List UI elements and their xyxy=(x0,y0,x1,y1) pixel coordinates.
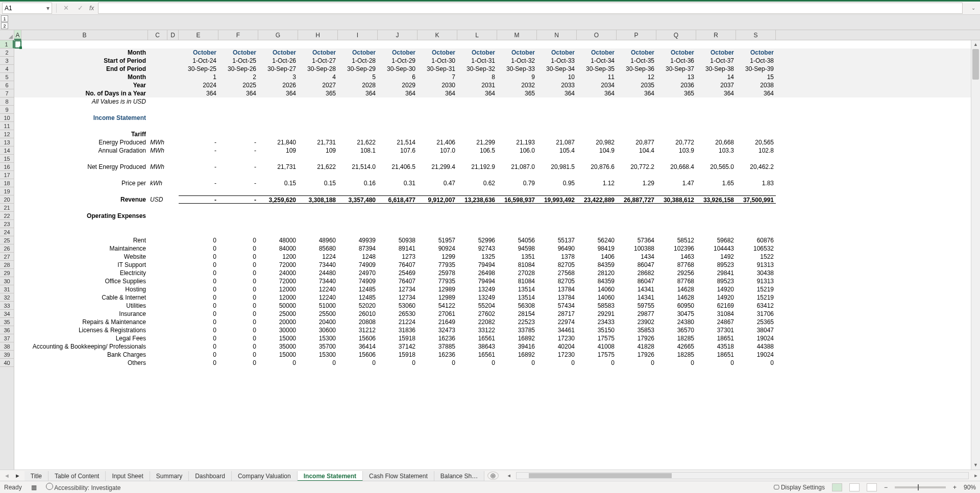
accessibility-status[interactable]: Accessibility: Investigate xyxy=(46,483,121,491)
cell-blank[interactable] xyxy=(14,285,21,293)
zoom-level[interactable]: 90% xyxy=(964,484,976,491)
opex-label[interactable]: Operating Expenses xyxy=(21,212,148,220)
cell-blank[interactable] xyxy=(736,171,776,179)
data-cell[interactable]: October xyxy=(457,48,497,57)
data-cell[interactable]: 8 xyxy=(457,73,497,81)
row-label[interactable]: Bank Charges xyxy=(21,351,148,359)
cell-blank[interactable] xyxy=(378,220,418,228)
row-label[interactable]: Repairs & Maintenance xyxy=(21,318,148,326)
data-cell[interactable]: 10 xyxy=(537,73,577,81)
cell-blank[interactable] xyxy=(457,106,497,114)
cell-blank[interactable] xyxy=(338,187,378,195)
row-label[interactable]: Accounting & Bookkeeping/ Professionals xyxy=(21,342,148,351)
cell-blank[interactable] xyxy=(167,318,179,326)
data-cell[interactable]: October xyxy=(577,48,617,57)
data-cell[interactable]: 13514 xyxy=(497,285,537,293)
cell-blank[interactable] xyxy=(21,171,148,179)
data-cell[interactable]: 23,422,889 xyxy=(577,195,617,204)
cell-blank[interactable] xyxy=(298,97,338,106)
cell-blank[interactable] xyxy=(298,40,338,48)
row-label[interactable]: Website xyxy=(21,253,148,261)
cell-blank[interactable] xyxy=(258,220,298,228)
section-income[interactable]: Income Statement xyxy=(21,114,148,122)
cell-blank[interactable] xyxy=(298,106,338,114)
column-header-H[interactable]: H xyxy=(298,30,338,40)
data-cell[interactable]: 1.12 xyxy=(577,179,617,187)
cell-blank[interactable] xyxy=(258,40,298,48)
data-cell[interactable]: 98419 xyxy=(577,244,617,253)
data-cell[interactable]: 104443 xyxy=(696,244,736,253)
cell-blank[interactable] xyxy=(179,187,218,195)
data-cell[interactable]: 3 xyxy=(258,73,298,81)
cell-blank[interactable] xyxy=(656,171,696,179)
data-cell[interactable]: - xyxy=(179,179,218,187)
cell-blank[interactable] xyxy=(14,48,21,57)
cell-blank[interactable] xyxy=(179,220,218,228)
data-cell[interactable]: 33122 xyxy=(457,326,497,334)
sheet-tab[interactable]: Input Sheet xyxy=(106,471,150,481)
column-header-S[interactable]: S xyxy=(736,30,776,40)
cell-blank[interactable] xyxy=(218,114,258,122)
data-cell[interactable]: 105.4 xyxy=(537,146,577,155)
row-unit[interactable] xyxy=(148,334,167,342)
data-cell[interactable]: 1-Oct-30 xyxy=(418,57,457,65)
hscroll-left-icon[interactable]: ◄ xyxy=(505,473,513,478)
cell-blank[interactable] xyxy=(14,318,21,326)
data-cell[interactable]: 6,618,477 xyxy=(378,195,418,204)
cell-blank[interactable] xyxy=(14,253,21,261)
cell-blank[interactable] xyxy=(656,155,696,163)
data-cell[interactable]: 13,238,636 xyxy=(457,195,497,204)
data-cell[interactable]: 37142 xyxy=(378,342,418,351)
cell-blank[interactable] xyxy=(179,130,218,138)
data-cell[interactable]: 0 xyxy=(179,277,218,285)
data-cell[interactable]: 1-Oct-37 xyxy=(696,57,736,65)
data-cell[interactable]: 0 xyxy=(179,318,218,326)
cell-blank[interactable] xyxy=(656,187,696,195)
row-unit[interactable] xyxy=(148,359,167,367)
data-cell[interactable]: 103.3 xyxy=(696,146,736,155)
cell-blank[interactable] xyxy=(14,146,21,155)
row-header-33[interactable]: 33 xyxy=(0,302,14,310)
data-cell[interactable]: 19,993,492 xyxy=(537,195,577,204)
data-cell[interactable]: 24380 xyxy=(656,318,696,326)
data-cell[interactable]: 0 xyxy=(179,236,218,244)
cell-blank[interactable] xyxy=(148,40,167,48)
row-unit[interactable] xyxy=(148,261,167,269)
row-header-26[interactable]: 26 xyxy=(0,244,14,253)
data-cell[interactable]: 28120 xyxy=(577,269,617,277)
cell-blank[interactable] xyxy=(218,220,258,228)
data-cell[interactable]: 14341 xyxy=(617,285,656,293)
cell-blank[interactable] xyxy=(736,97,776,106)
data-cell[interactable]: 1-Oct-34 xyxy=(577,57,617,65)
data-cell[interactable]: 21,299 xyxy=(457,138,497,146)
data-cell[interactable]: 18285 xyxy=(656,334,696,342)
cell-blank[interactable] xyxy=(577,97,617,106)
row-label[interactable]: IT Support xyxy=(21,261,148,269)
cell-blank[interactable] xyxy=(14,65,21,73)
cell-blank[interactable] xyxy=(617,130,656,138)
row-header-20[interactable]: 20 xyxy=(0,195,14,204)
data-cell[interactable]: 21,622 xyxy=(298,163,338,171)
cell-blank[interactable] xyxy=(167,310,179,318)
data-cell[interactable]: 0 xyxy=(696,359,736,367)
data-cell[interactable]: 2037 xyxy=(696,81,736,89)
column-header-N[interactable]: N xyxy=(537,30,577,40)
data-cell[interactable]: 0.15 xyxy=(258,179,298,187)
cell-blank[interactable] xyxy=(457,204,497,212)
cell-blank[interactable] xyxy=(258,114,298,122)
cell-blank[interactable] xyxy=(14,302,21,310)
cell-blank[interactable] xyxy=(577,204,617,212)
cell-blank[interactable] xyxy=(497,212,537,220)
cell-blank[interactable] xyxy=(167,146,179,155)
data-cell[interactable]: 35700 xyxy=(298,342,338,351)
cell-blank[interactable] xyxy=(167,244,179,253)
sheet-tab[interactable]: Dashboard xyxy=(189,471,232,481)
data-cell[interactable]: 32473 xyxy=(418,326,457,334)
row-header-13[interactable]: 13 xyxy=(0,138,14,146)
cell-blank[interactable] xyxy=(418,130,457,138)
data-cell[interactable]: 0 xyxy=(218,302,258,310)
cell-blank[interactable] xyxy=(457,122,497,130)
cell-blank[interactable] xyxy=(298,171,338,179)
cell-blank[interactable] xyxy=(378,155,418,163)
data-cell[interactable]: 0 xyxy=(218,269,258,277)
